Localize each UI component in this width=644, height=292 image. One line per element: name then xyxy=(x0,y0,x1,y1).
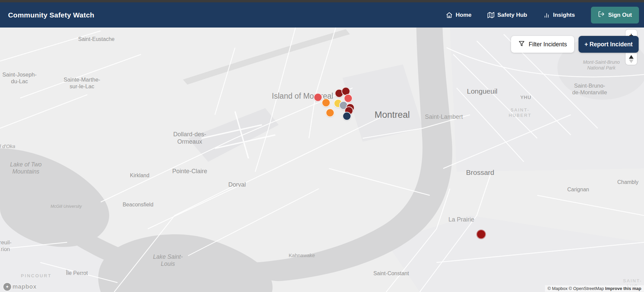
osm-attribution-link[interactable]: © OpenStreetMap xyxy=(569,286,604,291)
bar-chart-icon xyxy=(543,12,550,18)
home-icon xyxy=(446,12,453,18)
incident-marker[interactable] xyxy=(314,93,322,102)
app-header: Community Safety Watch Home Safety Hub I… xyxy=(0,2,644,28)
nav-item-insights[interactable]: Insights xyxy=(543,12,575,18)
mapbox-logo-word: mapbox xyxy=(12,283,37,290)
improve-map-link[interactable]: Improve this map xyxy=(605,286,641,291)
app-title: Community Safety Watch xyxy=(8,11,94,19)
nav-item-label: Home xyxy=(456,12,471,18)
mapbox-logo-icon: ✦ xyxy=(3,283,11,291)
main-nav: Home Safety Hub Insights Sign Out xyxy=(446,7,639,23)
compass-north-needle xyxy=(629,55,634,59)
map-icon xyxy=(488,12,494,18)
filter-incidents-label: Filter Incidents xyxy=(529,41,567,48)
report-incident-button[interactable]: + Report Incident xyxy=(579,36,639,53)
filter-incidents-button[interactable]: Filter Incidents xyxy=(511,36,574,53)
window-top-strip xyxy=(0,0,644,2)
sign-out-label: Sign Out xyxy=(608,12,632,18)
funnel-icon xyxy=(518,40,525,48)
incident-marker[interactable] xyxy=(322,98,330,107)
incident-marker[interactable] xyxy=(326,108,334,117)
incident-marker[interactable] xyxy=(476,230,486,239)
nav-item-home[interactable]: Home xyxy=(446,12,471,18)
compass-south-needle xyxy=(629,59,634,63)
sign-out-button[interactable]: Sign Out xyxy=(591,7,639,23)
map-canvas[interactable]: Saint-Eustache Saint-Joseph- du-Lac Sain… xyxy=(0,28,644,292)
mapbox-logo[interactable]: ✦ mapbox xyxy=(3,283,37,291)
report-incident-label: + Report Incident xyxy=(585,41,633,48)
nav-item-label: Safety Hub xyxy=(497,12,527,18)
compass-button[interactable] xyxy=(626,53,637,65)
map-base-tiles xyxy=(0,28,644,292)
mapbox-attribution-link[interactable]: © Mapbox xyxy=(548,286,567,291)
nav-item-safety-hub[interactable]: Safety Hub xyxy=(488,12,527,18)
nav-item-label: Insights xyxy=(553,12,575,18)
map-attribution: © Mapbox © OpenStreetMap Improve this ma… xyxy=(545,285,644,292)
incident-marker[interactable] xyxy=(342,112,351,120)
logout-icon xyxy=(598,11,605,19)
